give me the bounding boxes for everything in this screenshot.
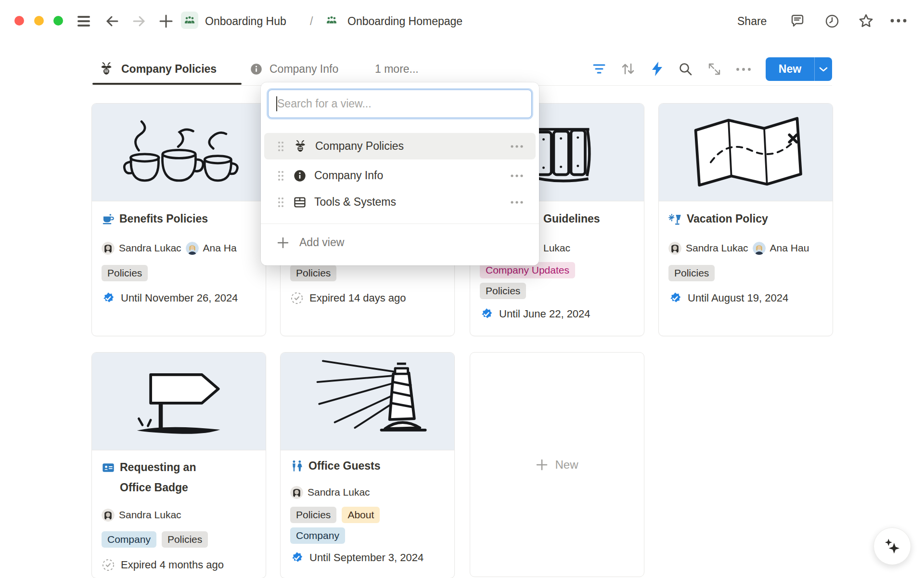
expired-check-icon <box>102 558 115 572</box>
forward-arrow-icon[interactable] <box>132 14 146 28</box>
new-button-chevron-icon[interactable] <box>815 66 832 72</box>
date-text: Until September 3, 2024 <box>309 552 424 564</box>
tag-company: Company <box>102 531 156 548</box>
card-title: Benefits Policies <box>119 210 208 227</box>
close-window-button[interactable] <box>14 16 24 26</box>
card-title: Office Guests <box>308 457 381 474</box>
card-office-guests[interactable]: Office Guests Sandra Lukac Policies Abou… <box>280 352 455 578</box>
tags-row: Policies About <box>290 507 445 523</box>
card-vacation-policy[interactable]: Vacation Policy Sandra Lukac Ana Hau Pol… <box>658 103 833 336</box>
verified-badge-icon <box>480 307 493 321</box>
verified-badge-icon <box>290 551 304 565</box>
sidebar-menu-icon[interactable] <box>77 15 91 27</box>
drag-handle-icon[interactable] <box>277 170 284 182</box>
breadcrumb-hub[interactable]: Onboarding Hub <box>205 14 286 28</box>
expired-check-icon <box>290 291 304 305</box>
date-text: Until June 22, 2024 <box>499 308 590 320</box>
view-item-company-info[interactable]: Company Info <box>264 162 536 189</box>
view-item-options-icon[interactable] <box>510 173 524 178</box>
verified-badge-icon <box>668 291 682 305</box>
sort-icon[interactable] <box>621 62 635 76</box>
minimize-window-button[interactable] <box>34 16 44 26</box>
tab-company-policies[interactable]: Company Policies <box>121 62 217 76</box>
text-cursor <box>276 96 277 111</box>
date-row: Expired 4 months ago <box>102 558 256 572</box>
onboarding-hub-page-icon[interactable] <box>181 12 198 29</box>
person-name: Ana Hau <box>770 242 809 254</box>
date-text: Expired 4 months ago <box>121 559 224 571</box>
person-name: Lukac <box>543 242 570 254</box>
person-name: Sandra Lukac <box>119 242 181 254</box>
tags-row: Policies <box>668 265 823 281</box>
card-office-badge[interactable]: Requesting an Office Badge Sandra Lukac … <box>91 352 266 578</box>
notion-window: Onboarding Hub / Onboarding Homepage Sha… <box>0 0 924 578</box>
verified-badge-icon <box>102 291 115 305</box>
coffee-cup-icon <box>102 212 115 225</box>
date-row: Until August 19, 2024 <box>668 291 823 305</box>
new-button[interactable]: New <box>766 57 832 81</box>
new-card-button[interactable]: New <box>470 352 644 577</box>
expand-view-icon[interactable] <box>707 62 721 76</box>
tab-company-info[interactable]: Company Info <box>270 62 338 76</box>
view-item-options-icon[interactable] <box>510 144 524 149</box>
info-icon <box>293 169 307 183</box>
person-name: Ana Ha <box>203 242 237 254</box>
new-card-label: New <box>555 458 578 472</box>
filter-icon[interactable] <box>592 63 606 75</box>
date-text: Until August 19, 2024 <box>688 292 788 304</box>
back-arrow-icon[interactable] <box>105 14 119 28</box>
bee-icon <box>99 61 114 77</box>
view-item-company-policies[interactable]: Company Policies <box>264 133 536 159</box>
history-clock-icon[interactable] <box>824 13 840 29</box>
drag-handle-icon[interactable] <box>277 197 284 208</box>
new-page-plus-icon[interactable] <box>159 14 173 28</box>
add-view-label[interactable]: Add view <box>299 236 344 249</box>
people-row: Sandra Lukac <box>290 484 445 500</box>
card-cover-signpost <box>92 353 266 450</box>
tag-company: Company <box>290 527 345 544</box>
zoom-window-button[interactable] <box>53 16 63 26</box>
share-button[interactable]: Share <box>737 14 767 28</box>
breadcrumb-separator: / <box>310 14 313 28</box>
avatar-sandra-lukac <box>290 486 303 499</box>
avatar-sandra-lukac <box>668 242 681 255</box>
view-search-input[interactable] <box>268 90 532 118</box>
card-title: Guidelines <box>543 210 600 227</box>
drag-handle-icon[interactable] <box>277 141 284 152</box>
view-item-options-icon[interactable] <box>510 200 524 205</box>
card-title: Vacation Policy <box>687 210 768 227</box>
tag-policies: Policies <box>290 265 336 281</box>
more-options-icon[interactable] <box>889 17 908 24</box>
view-item-label[interactable]: Company Policies <box>315 140 510 153</box>
tags-row: Policies <box>290 265 445 281</box>
search-icon[interactable] <box>679 62 693 76</box>
tag-policies: Policies <box>162 531 208 548</box>
view-item-label[interactable]: Company Info <box>314 169 510 182</box>
avatar-sandra-lukac <box>102 509 115 522</box>
card-cover-lighthouse <box>281 353 454 450</box>
avatar-ana <box>753 242 766 255</box>
tags-row: Company <box>290 527 445 544</box>
date-text: Until November 26, 2024 <box>121 292 238 304</box>
onboarding-homepage-page-icon[interactable] <box>323 12 340 29</box>
card-cover-map <box>659 104 833 201</box>
favorite-star-icon[interactable] <box>858 13 874 29</box>
tab-more[interactable]: 1 more... <box>375 62 419 76</box>
new-button-label[interactable]: New <box>766 63 814 76</box>
card-cover-coffee-mugs <box>92 104 266 201</box>
view-options-icon[interactable] <box>735 66 752 72</box>
card-benefits-policies[interactable]: Benefits Policies Sandra Lukac Ana Ha Po… <box>91 103 266 336</box>
avatar-sandra-lukac <box>102 242 115 255</box>
comments-icon[interactable] <box>790 13 805 29</box>
breadcrumb-page[interactable]: Onboarding Homepage <box>347 14 462 28</box>
notion-ai-button[interactable] <box>873 527 911 565</box>
view-item-tools-systems[interactable]: Tools & Systems <box>264 189 536 215</box>
sparkles-icon <box>883 537 902 555</box>
people-row: Sandra Lukac Ana Ha <box>102 240 256 256</box>
add-view-button[interactable]: Add view <box>261 223 539 261</box>
view-item-label[interactable]: Tools & Systems <box>314 196 510 209</box>
tag-policies: Policies <box>290 507 336 523</box>
card-title: Requesting an Office Badge <box>120 457 221 498</box>
active-tab-underline <box>92 83 242 85</box>
automation-bolt-icon[interactable] <box>651 61 663 77</box>
